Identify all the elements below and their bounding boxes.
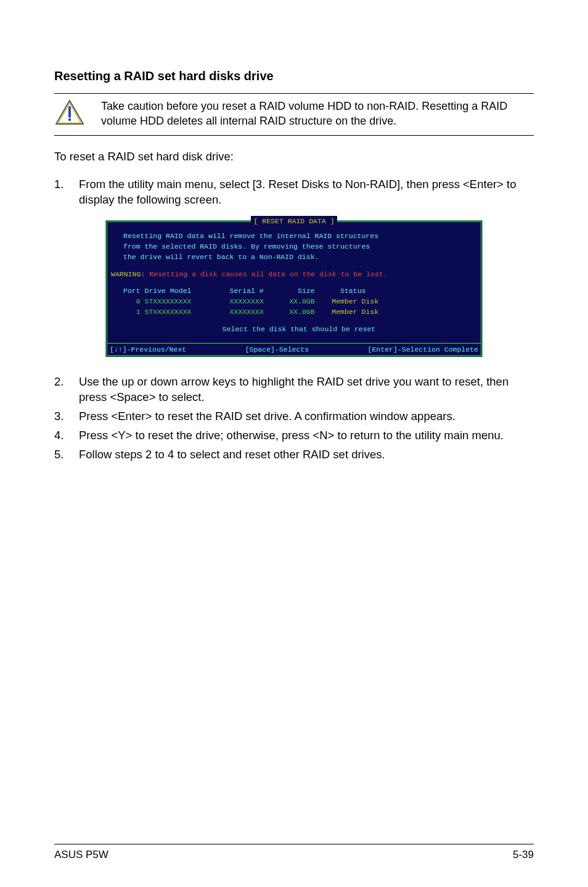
step-item: 5. Follow steps 2 to 4 to select and res… bbox=[54, 447, 534, 463]
terminal-msg-line: from the selected RAID disks. By removin… bbox=[123, 241, 475, 252]
cell-size: XX.0GB bbox=[289, 308, 314, 316]
cell-serial: XXXXXXXX bbox=[230, 308, 264, 316]
col-serial: Serial # bbox=[230, 287, 264, 295]
terminal-warning-label: WARNING: bbox=[111, 270, 149, 278]
terminal-spacer bbox=[123, 263, 475, 269]
col-size: Size bbox=[298, 287, 315, 295]
cell-port: 1 bbox=[136, 308, 141, 316]
caution-text: Take caution before you reset a RAID vol… bbox=[101, 99, 534, 129]
terminal-title: [ RESET RAID DATA ] bbox=[251, 216, 337, 226]
terminal-data-row: 0 STXXXXXXXXX XXXXXXXX XX.0GB Member Dis… bbox=[123, 296, 475, 307]
step-item: 1. From the utility main menu, select [3… bbox=[54, 177, 534, 208]
caution-note: Take caution before you reset a RAID vol… bbox=[54, 93, 534, 136]
step-item: 2. Use the up or down arrow keys to high… bbox=[54, 374, 534, 405]
svg-point-3 bbox=[68, 118, 71, 122]
terminal-warning: WARNING: Resetting a disk causes all dat… bbox=[107, 269, 475, 279]
page-footer: ASUS P5W 5-39 bbox=[54, 844, 534, 862]
steps-before: 1. From the utility main menu, select [3… bbox=[54, 177, 534, 208]
terminal-screenshot: [ RESET RAID DATA ] Resetting RAID data … bbox=[54, 220, 534, 357]
steps-after: 2. Use the up or down arrow keys to high… bbox=[54, 374, 534, 463]
step-text: Use the up or down arrow keys to highlig… bbox=[79, 374, 534, 405]
cell-model: STXXXXXXXXX bbox=[145, 297, 192, 305]
terminal-msg-line: the drive will revert back to a Non-RAID… bbox=[123, 252, 475, 262]
terminal-footer-space: [Space]-Selects bbox=[245, 344, 309, 355]
step-text: Press <Y> to reset the drive; otherwise,… bbox=[79, 428, 534, 444]
terminal-spacer bbox=[123, 318, 475, 324]
step-item: 3. Press <Enter> to reset the RAID set d… bbox=[54, 409, 534, 424]
footer-right: 5-39 bbox=[513, 848, 534, 862]
terminal-footer-enter: [Enter]-Selection Complete bbox=[368, 344, 478, 355]
cell-model: STXXXXXXXXX bbox=[145, 308, 192, 316]
step-item: 4. Press <Y> to reset the drive; otherwi… bbox=[54, 428, 534, 444]
col-port: Port bbox=[123, 287, 141, 295]
cell-status: Member Disk bbox=[332, 297, 378, 305]
col-model: Drive Model bbox=[145, 287, 192, 295]
cell-port: 0 bbox=[136, 297, 141, 305]
terminal-header-row: Port Drive Model Serial # Size Status bbox=[123, 286, 475, 296]
terminal-prompt: Select the disk that should be reset bbox=[123, 324, 475, 334]
caution-icon bbox=[55, 100, 84, 129]
cell-serial: XXXXXXXX bbox=[230, 297, 264, 305]
step-number: 2. bbox=[54, 374, 79, 405]
terminal-footer-nav: [↓↑]-Previous/Next bbox=[110, 344, 186, 355]
terminal-footer-bar: [↓↑]-Previous/Next [Space]-Selects [Ente… bbox=[107, 343, 481, 355]
step-number: 5. bbox=[54, 447, 79, 463]
terminal-data-row: 1 STXXXXXXXXX XXXXXXXX XX.0GB Member Dis… bbox=[123, 307, 475, 317]
terminal-warning-text: Resetting a disk causes all data on the … bbox=[149, 270, 387, 278]
footer-left: ASUS P5W bbox=[54, 848, 108, 862]
terminal-spacer bbox=[123, 334, 475, 338]
terminal-box: [ RESET RAID DATA ] Resetting RAID data … bbox=[105, 220, 483, 357]
step-text: From the utility main menu, select [3. R… bbox=[79, 177, 534, 208]
terminal-msg-line: Resetting RAID data will remove the inte… bbox=[123, 231, 475, 241]
step-number: 3. bbox=[54, 409, 79, 424]
step-text: Follow steps 2 to 4 to select and reset … bbox=[79, 447, 534, 463]
step-text: Press <Enter> to reset the RAID set driv… bbox=[79, 409, 534, 424]
col-status: Status bbox=[340, 287, 365, 295]
cell-size: XX.0GB bbox=[289, 297, 314, 305]
intro-text: To reset a RAID set hard disk drive: bbox=[54, 149, 534, 165]
cell-status: Member Disk bbox=[332, 308, 378, 316]
section-title: Resetting a RAID set hard disks drive bbox=[54, 68, 534, 85]
terminal-spacer bbox=[123, 279, 475, 286]
step-number: 4. bbox=[54, 428, 79, 444]
step-number: 1. bbox=[54, 177, 79, 208]
